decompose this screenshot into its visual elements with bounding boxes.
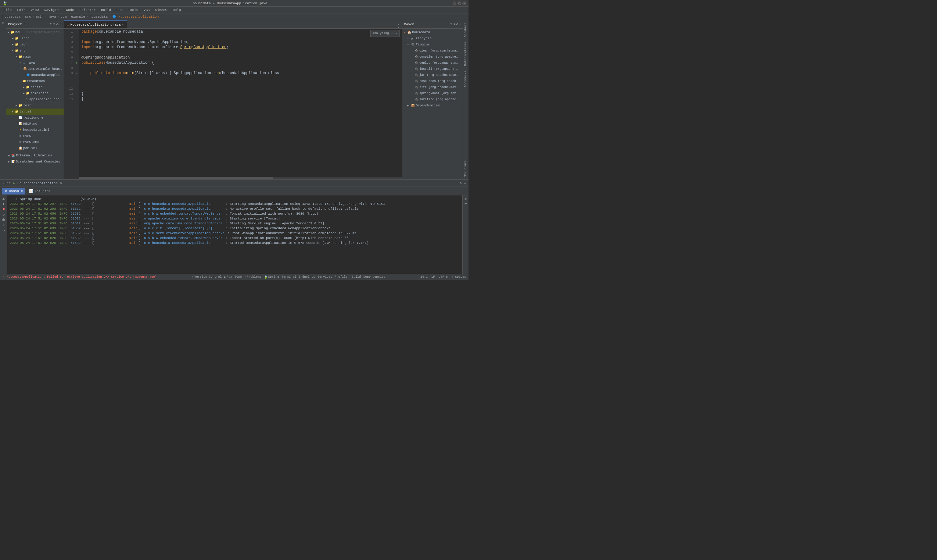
database-strip[interactable]: Database [463, 20, 468, 40]
run-settings-button[interactable]: ⚙ [460, 181, 462, 185]
menu-view[interactable]: View [28, 8, 41, 12]
tree-item-package[interactable]: ▾ 📦 com.example.housedata [6, 66, 64, 72]
tree-item-scratches[interactable]: ▶ 📝 Scratches and Consoles [6, 158, 64, 165]
tree-arrow-mvn[interactable]: ▶ [11, 43, 15, 46]
tree-item-resources[interactable]: ▾ 📁 resources [6, 78, 64, 84]
tree-item-main[interactable]: ▾ 📁 main [6, 54, 64, 60]
status-tab-endpoints[interactable]: Endpoints [299, 275, 315, 279]
tree-item-mvnw[interactable]: m mvnw [6, 133, 64, 139]
menu-window[interactable]: Window [153, 8, 170, 12]
structure-strip[interactable]: Structure [463, 158, 468, 179]
tree-arrow-idea[interactable]: ▶ [11, 37, 15, 40]
status-tab-run[interactable]: ▶ Run [224, 275, 232, 279]
tree-item-app-class[interactable]: 🔷 HousedataApplication [6, 72, 64, 78]
breadcrumb-example[interactable]: example [71, 15, 85, 18]
tree-arrow-static[interactable]: ▶ [22, 86, 26, 89]
tree-item-help[interactable]: 📝 HELP.md [6, 121, 64, 127]
maven-item-plugins[interactable]: ▾ 🔌 Plugins [402, 42, 463, 48]
filter-button[interactable]: ≡ [2, 223, 5, 228]
bookmarks-strip[interactable]: Bookmarks [463, 68, 468, 90]
run-button-gutter[interactable]: ▶ [76, 60, 78, 66]
maven-reload-button[interactable]: ⟳ [450, 22, 452, 26]
menu-code[interactable]: Code [63, 8, 76, 12]
minimize-button[interactable]: ─ [453, 2, 456, 5]
menu-refactor[interactable]: Refactor [77, 8, 98, 12]
tree-item-housedata[interactable]: ▾ 📁 housedata D:/project/myproject/proje… [6, 29, 64, 35]
tree-arrow-package[interactable]: ▾ [19, 68, 23, 71]
breadcrumb-class[interactable]: 🔷 HousedataApplication [112, 15, 159, 18]
menu-help[interactable]: Help [171, 8, 183, 12]
clear-button[interactable]: 🗑 [2, 218, 6, 222]
run-play-icon[interactable]: ▶ [13, 181, 15, 185]
scroll-down-button[interactable]: ▼ [2, 202, 5, 206]
code-editor[interactable]: package com.example.housedata; import or… [79, 29, 402, 179]
tab-actuator[interactable]: 📊 Actuator [26, 188, 53, 194]
menu-navigate[interactable]: Navigate [42, 8, 63, 12]
breadcrumb-housedata2[interactable]: housedata [90, 15, 108, 18]
breadcrumb-src[interactable]: src [25, 15, 31, 18]
maven-item-deploy[interactable]: 🔌 deploy (org.apache.maven.plugins:ma [402, 60, 463, 66]
status-tab-services[interactable]: Services [317, 275, 332, 279]
tree-item-src[interactable]: ▾ 📁 src [6, 48, 64, 54]
menu-edit[interactable]: Edit [15, 8, 28, 12]
tree-item-idea[interactable]: ▶ 📁 .idea [6, 35, 64, 42]
maven-item-deps[interactable]: ▶ 📦 Dependencies [402, 102, 463, 109]
maven-settings-button[interactable]: ⚙ [456, 22, 458, 26]
menu-tools[interactable]: Tools [126, 8, 140, 12]
left-strip-icon-1[interactable]: ≡ [1, 22, 6, 26]
menu-file[interactable]: File [1, 8, 14, 12]
maven-item-compiler[interactable]: 🔌 compiler (org.apache.maven.plugins:m [402, 54, 463, 60]
breadcrumb-housedata[interactable]: housedata [2, 15, 20, 18]
tree-arrow-extlibs[interactable]: ▶ [7, 154, 11, 157]
notifications-strip[interactable]: Notifications [463, 40, 468, 68]
tab-settings-button[interactable]: ⋮ [395, 24, 402, 28]
maven-item-surefire[interactable]: 🔌 surefire (org.apache.maven.plugins:ma [402, 96, 463, 102]
rerun-button[interactable]: ↺ [2, 212, 5, 217]
breadcrumb-main[interactable]: main [35, 15, 43, 18]
maven-item-springboot[interactable]: 🔌 spring-boot (org.springframework.boo [402, 90, 463, 96]
hide-button[interactable]: — [60, 22, 62, 26]
sync-button[interactable]: ⟳ [48, 22, 52, 26]
status-tab-problems[interactable]: ⚠ Problems [244, 275, 261, 279]
close-button[interactable]: ✕ [462, 2, 466, 5]
status-tab-vcs[interactable]: ⑂ Version Control [192, 275, 222, 279]
tree-arrow-scratches[interactable]: ▶ [7, 160, 11, 163]
tree-arrow-test[interactable]: ▶ [15, 104, 18, 107]
status-tab-build[interactable]: Build [352, 275, 361, 279]
tree-item-mvn[interactable]: ▶ 📁 .mvn [6, 42, 64, 48]
maven-item-install[interactable]: 🔌 install (org.apache.maven.plugins:m [402, 66, 463, 72]
tree-arrow-templates[interactable]: ▶ [22, 92, 26, 95]
stop-button[interactable]: ■ [2, 207, 5, 211]
menu-run[interactable]: Run [114, 8, 125, 12]
tree-item-static[interactable]: ▶ 📁 static [6, 84, 64, 90]
tab-close-button[interactable]: ✕ [122, 23, 124, 26]
maximize-button[interactable]: □ [458, 2, 461, 5]
maven-item-jar[interactable]: 🔌 jar (org.apache.maven.plugins:mave [402, 72, 463, 78]
status-tab-terminal[interactable]: Terminal [282, 275, 296, 279]
console-collapse-icon[interactable]: — [464, 202, 467, 205]
tree-arrow-housedata[interactable]: ▾ [7, 31, 10, 34]
status-tab-spring[interactable]: 🍃 Spring [264, 275, 279, 279]
run-close-button[interactable]: ✕ [60, 181, 62, 185]
scrollbar-thumb[interactable] [79, 177, 273, 179]
breadcrumb-java[interactable]: java [48, 15, 56, 18]
fold-indicator[interactable]: ⊕ [76, 71, 78, 76]
status-tab-todo[interactable]: TODO [234, 275, 242, 279]
maven-item-clean[interactable]: 🔌 clean (org.apache.maven.plugins:mave [402, 48, 463, 54]
tree-arrow-java[interactable]: ▾ [18, 61, 22, 65]
tree-item-test[interactable]: ▶ 📁 test [6, 102, 64, 109]
tree-item-templates[interactable]: ▶ 📁 templates [6, 90, 64, 96]
tree-item-appprops[interactable]: ⚙ application.properties [6, 96, 64, 102]
console-settings-icon[interactable]: ⚙ [464, 197, 467, 201]
analyzing-close[interactable]: ✕ [396, 31, 398, 36]
tree-item-target[interactable]: ▶ 📁 target [6, 109, 64, 115]
menu-vcs[interactable]: VCS [141, 8, 152, 12]
maven-download-button[interactable]: ⬇ [453, 22, 455, 26]
tree-arrow-target[interactable]: ▶ [11, 110, 15, 114]
maven-item-root[interactable]: ▾ 🏠 housedata [402, 29, 463, 35]
tree-item-external-libs[interactable]: ▶ 📚 External Libraries [6, 152, 64, 158]
collapse-all-button[interactable]: ⊟ [53, 22, 55, 26]
tree-item-pom[interactable]: 📋 pom.xml [6, 145, 64, 151]
tree-item-iml[interactable]: 🔸 housedata.iml [6, 127, 64, 133]
tree-item-gitignore[interactable]: 📄 .gitignore [6, 115, 64, 121]
